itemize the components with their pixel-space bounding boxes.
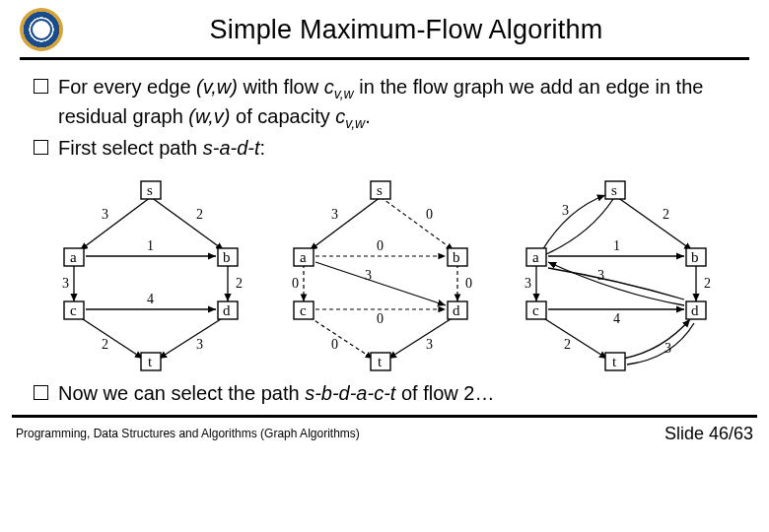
svg-text:0: 0 [426,207,433,222]
svg-line-20 [310,197,381,250]
edge-ac: 3 [62,276,69,291]
svg-text:a: a [70,249,77,265]
svg-text:d: d [223,302,231,318]
svg-text:3: 3 [365,268,372,283]
header: Simple Maximum-Flow Algorithm [0,0,769,55]
bullet-2: First select path s-a-d-t: [34,135,735,162]
svg-text:4: 4 [613,311,620,326]
logo-seal-icon [20,8,63,51]
edge-sa: 3 [102,207,108,222]
svg-line-50 [617,197,692,250]
edge-ab: 1 [147,238,154,253]
svg-line-0 [80,197,151,250]
svg-text:s: s [377,182,383,198]
edge-bd: 2 [236,276,243,291]
footer-right: Slide 46/63 [664,424,753,444]
svg-text:a: a [532,249,539,265]
svg-text:3: 3 [562,203,569,218]
svg-line-28 [388,317,454,359]
bullet-1: For every edge (v,w) with flow cv,w in t… [34,74,735,133]
svg-line-55 [542,317,607,359]
body-lower: Now we can select the path s-b-d-a-c-t o… [0,376,769,407]
svg-text:0: 0 [465,276,472,291]
svg-text:c: c [70,302,77,318]
svg-text:d: d [691,302,699,318]
svg-text:0: 0 [331,337,338,352]
svg-text:2: 2 [704,276,711,291]
bullet-3: Now we can select the path s-b-d-a-c-t o… [34,380,735,407]
svg-text:b: b [453,249,460,265]
svg-text:s: s [147,182,153,198]
graph-flow: 3 2 1 3 2 4 2 3 s a b c d t [40,169,262,376]
edge-ct: 2 [102,337,108,352]
bullet-2-text: First select path s-a-d-t: [58,135,265,162]
svg-text:b: b [223,249,231,265]
bullet-square-icon [34,385,48,400]
bullet-3-text: Now we can select the path s-b-d-a-c-t o… [58,380,494,407]
svg-line-1 [151,197,224,250]
svg-text:1: 1 [613,238,620,253]
slide: Simple Maximum-Flow Algorithm For every … [0,0,769,532]
graph-residual-dashed: 3 0 0 0 3 0 0 0 3 s a b c d t [270,169,492,376]
footer-left: Programming, Data Structures and Algorit… [16,427,360,440]
edge-sb: 2 [196,207,203,222]
edge-cd: 4 [147,292,154,306]
svg-line-27 [310,317,373,359]
bullet-square-icon [34,140,48,155]
svg-text:0: 0 [377,238,384,253]
graph-residual-back: 3 2 1 3 3 2 4 2 3 s a b c d t [499,169,735,376]
bullet-square-icon [34,79,48,94]
bullet-1-text: For every edge (v,w) with flow cv,w in t… [58,74,735,133]
svg-line-7 [159,317,224,359]
svg-line-24 [315,262,446,305]
svg-text:2: 2 [564,337,571,352]
svg-line-6 [80,317,143,359]
svg-text:d: d [453,302,460,318]
slide-title: Simple Maximum-Flow Algorithm [63,15,749,45]
edge-dt: 3 [196,337,203,352]
svg-text:a: a [300,249,307,265]
svg-text:c: c [300,302,307,318]
svg-text:b: b [691,249,699,265]
svg-text:3: 3 [597,268,604,283]
svg-text:0: 0 [377,311,384,326]
svg-text:3: 3 [331,207,338,222]
svg-line-21 [381,197,454,250]
svg-text:3: 3 [524,276,531,291]
svg-text:2: 2 [663,207,669,222]
svg-text:s: s [611,182,617,198]
body: For every edge (v,w) with flow cv,w in t… [0,60,769,162]
svg-text:c: c [532,302,539,318]
footer: Programming, Data Structures and Algorit… [0,418,769,444]
svg-text:3: 3 [426,337,433,352]
svg-text:3: 3 [664,341,671,356]
graphs-row: 3 2 1 3 2 4 2 3 s a b c d t 3 [0,164,769,376]
svg-text:0: 0 [292,276,299,291]
